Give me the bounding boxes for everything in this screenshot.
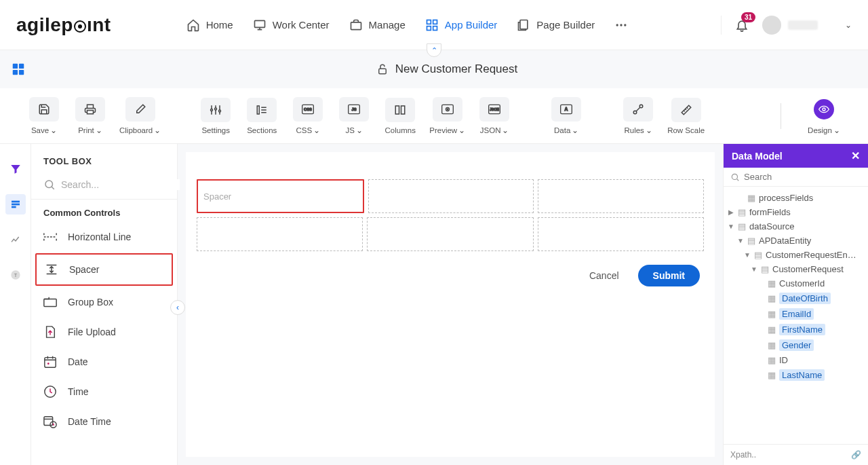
tree-node-customerrequesten[interactable]: ▼▤CustomerRequestEn… [726,248,865,262]
field-icon: ▦ [767,325,776,335]
svg-text:JSON: JSON [490,107,499,111]
nav-work-center[interactable]: Work Center [252,18,330,33]
tool-rules-label: Rules [624,126,644,134]
sliders-icon [210,104,222,116]
tool-clipboard[interactable]: Clipboard⌄ [119,97,161,135]
tree-node-datasource[interactable]: ▼▤dataSource [726,219,865,234]
tool-design[interactable]: Design⌄ [807,97,841,135]
tool-js[interactable]: JS JS⌄ [337,97,371,135]
rail-text[interactable]: T [5,265,26,285]
js-icon: JS [347,103,361,115]
text-icon: T [10,269,21,280]
collapse-up-handle[interactable]: ⌃ [427,43,441,57]
tool-rules[interactable]: Rules⌄ [621,97,655,135]
tree-field-label: EmailId [779,308,814,320]
toolbox-item-spacer[interactable]: Spacer [35,253,173,286]
toolbox-item-date[interactable]: Date [31,347,177,377]
tree-field[interactable]: ▦Gender [726,337,865,353]
tool-settings[interactable]: Settings [199,98,233,134]
svg-point-18 [211,109,213,111]
field-icon: ▦ [767,310,776,319]
tree-field[interactable]: ▦DateOfBirth [726,291,865,306]
rail-form[interactable] [5,194,26,215]
nav-app-builder[interactable]: App Builder [425,18,498,33]
rail-filter[interactable] [5,159,26,179]
tree-field-label: DateOfBirth [779,293,831,304]
tool-data[interactable]: A Data⌄ [549,97,583,135]
tree-field[interactable]: ▦FirstName [726,322,865,337]
nav-more[interactable] [614,18,629,33]
spacer-icon [43,261,60,278]
svg-rect-17 [87,110,94,113]
tool-css[interactable]: CSS CSS⌄ [291,97,325,135]
data-model-search-input[interactable] [744,172,861,182]
expand-icon[interactable]: ▶ [728,208,734,216]
chevron-left-icon: ‹ [176,303,179,312]
tool-design-label: Design [808,126,832,134]
toolbox-section-title: Common Controls [31,200,177,222]
submit-label: Submit [653,270,685,281]
toolbox-item-group-box[interactable]: Group Box [31,287,177,317]
tree-field[interactable]: ▦CustomerId [726,276,865,291]
canvas-cell[interactable] [197,217,363,251]
notifications-button[interactable]: 31 [735,18,749,33]
cancel-button[interactable]: Cancel [581,265,627,286]
tree-node-apdataentity[interactable]: ▼▤APDataEntity [726,234,865,248]
ruler-icon [680,104,692,116]
tool-json[interactable]: JSON JSON⌄ [477,97,511,135]
collapse-icon[interactable]: ▼ [728,223,734,230]
tree-field-label: ID [779,355,788,365]
canvas-cell[interactable] [368,179,534,213]
tree-field[interactable]: ▦LastName [726,367,865,383]
toolbox-item-date-time[interactable]: Date Time [31,407,177,436]
tree-node-processfields[interactable]: ▦processFields [726,191,865,205]
xpath-label: Xpath.. [730,450,756,460]
field-icon: ▦ [767,371,776,380]
rail-chart[interactable] [5,229,26,250]
link-icon[interactable]: 🔗 [851,450,861,460]
nav-home[interactable]: Home [186,18,233,33]
toolbox-item-label: File Upload [68,327,116,337]
canvas-cell[interactable] [538,179,704,213]
chevron-down-icon: ⌄ [96,126,102,135]
nav-page-builder[interactable]: Page Builder [516,18,595,33]
svg-rect-44 [44,299,56,306]
toolbox-search-input[interactable] [61,179,180,190]
collapse-icon[interactable]: ▼ [751,265,757,273]
save-icon [38,103,50,115]
user-menu[interactable]: ⌄ [762,16,852,35]
toolbox-item-file-upload[interactable]: File Upload [31,317,177,347]
svg-rect-21 [257,106,259,114]
css-icon: CSS [301,103,315,115]
apps-icon[interactable] [11,62,26,77]
tree-node-formfields[interactable]: ▶▤formFields [726,205,865,219]
close-icon[interactable]: ✕ [851,149,860,162]
submit-button[interactable]: Submit [638,265,700,286]
nav-manage[interactable]: Manage [349,18,406,33]
tree-field[interactable]: ▦ID [726,353,865,367]
collapse-icon[interactable]: ▼ [744,251,751,259]
toolbox-item-label: Date [68,356,88,367]
tool-sections[interactable]: Sections [245,98,279,134]
collapse-icon[interactable]: ▼ [737,237,744,244]
tool-save[interactable]: Save⌄ [27,97,61,135]
tool-columns[interactable]: Columns [383,98,417,134]
tree-field[interactable]: ▦EmailId [726,306,865,322]
json-icon: JSON [488,103,501,115]
chevron-down-icon: ⌄ [50,126,57,135]
canvas-cell[interactable] [538,217,704,251]
canvas-drop-cell[interactable]: Spacer [197,179,364,213]
tool-rowscale[interactable]: Row Scale [667,98,705,134]
toolbox-item-time[interactable]: Time [31,377,177,407]
canvas-cell[interactable] [367,217,533,251]
chevron-down-icon: ⌄ [845,20,852,30]
svg-rect-27 [401,106,405,114]
toolbox-item-horizontal-line[interactable]: Horizontal Line [31,222,177,252]
tree-node-customerrequest[interactable]: ▼▤CustomerRequest [726,262,865,276]
svg-rect-14 [13,70,18,75]
nav-app-builder-label: App Builder [445,19,498,31]
briefcase-icon [349,18,363,33]
collapse-toolbox-handle[interactable]: ‹ [170,300,185,315]
tool-preview[interactable]: Preview⌄ [429,97,465,135]
tool-print[interactable]: Print⌄ [73,97,107,135]
